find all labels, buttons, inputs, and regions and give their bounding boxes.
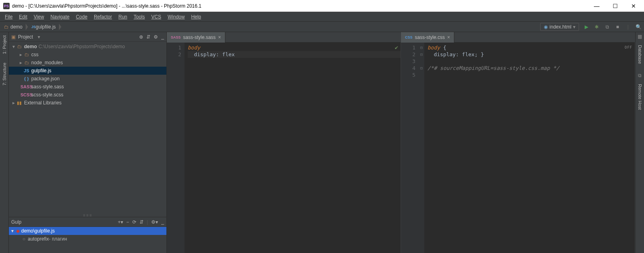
project-tree[interactable]: ▾ 🗀 demo C:\Users\zavvla\PhpstormProject… <box>9 42 166 214</box>
fold-gutter[interactable]: ⊟⊟⊟ <box>419 43 424 253</box>
tree-root[interactable]: ▾ 🗀 demo C:\Users\zavvla\PhpstormProject… <box>9 43 166 51</box>
line-gutter: 12 <box>167 43 184 253</box>
breadcrumb-gulpfile[interactable]: JS gulpfile.js <box>30 23 59 31</box>
code-content[interactable]: OFFbody { display: flex; } /*# sourceMap… <box>424 43 635 253</box>
tab-sass-style-css[interactable]: CSS sass-style.css × <box>401 32 454 43</box>
inspection-ok-icon: ✔ <box>395 44 398 51</box>
editor-pane-right: CSS sass-style.css × 12345 ⊟⊟⊟ OFFbody {… <box>401 32 635 253</box>
menu-vcs[interactable]: VCS <box>148 13 164 21</box>
folder-icon: 🗀 <box>16 44 22 49</box>
tree-label: css <box>31 52 38 57</box>
folder-icon: 🗀 <box>23 60 30 65</box>
remove-icon[interactable]: − <box>126 219 129 225</box>
menu-code[interactable]: Code <box>73 13 91 21</box>
tree-label: sass-style.sass <box>31 84 64 90</box>
gulp-icon: ◆ <box>16 228 20 234</box>
menu-help[interactable]: Help <box>188 13 205 21</box>
minimize-button[interactable]: — <box>591 2 602 10</box>
close-button[interactable]: ✕ <box>628 2 639 10</box>
menu-window[interactable]: Window <box>164 13 188 21</box>
settings-icon[interactable]: ⚙▾ <box>151 219 158 225</box>
tree-root-name: demo <box>24 44 37 49</box>
gulp-panel-title: Gulp <box>11 219 21 225</box>
hide-icon[interactable]: ⎯ <box>161 34 164 40</box>
code-area-right[interactable]: 12345 ⊟⊟⊟ OFFbody { display: flex; } /*#… <box>401 43 635 253</box>
tree-external-libraries[interactable]: ▸ ▮▮ External Libraries <box>9 99 166 107</box>
menu-file[interactable]: File <box>2 13 16 21</box>
library-icon: ▮▮ <box>16 100 22 106</box>
tree-file-gulpfile[interactable]: JS gulpfile.js <box>9 67 166 75</box>
menu-edit[interactable]: Edit <box>16 13 30 21</box>
editor-tabs-right: CSS sass-style.css × <box>401 32 635 43</box>
code-area-left[interactable]: 12 ✔body display: flex <box>167 43 401 253</box>
tree-folder-css[interactable]: ▸ 🗀 css <box>9 51 166 59</box>
tree-label: External Libraries <box>24 100 61 106</box>
close-icon[interactable]: × <box>218 35 221 40</box>
navbar: 🗀 demo JS gulpfile.js ◉ index.html ▾ ▶ ✱… <box>0 22 644 32</box>
menu-tools[interactable]: Tools <box>130 13 148 21</box>
maximize-button[interactable]: ☐ <box>610 2 621 10</box>
database-icon[interactable]: ▦ <box>638 34 642 39</box>
inspection-off-badge: OFF <box>625 44 632 51</box>
bullet-icon: ○ <box>22 236 25 242</box>
tool-database-tab[interactable]: Database <box>638 43 642 65</box>
tab-label: sass-style.css <box>415 35 445 40</box>
collapse-icon[interactable]: ⇵ <box>140 219 144 225</box>
gulp-tree[interactable]: ▾ ◆ demo\gulpfile.js ○ autoprefix - плаг… <box>9 227 166 253</box>
refresh-icon[interactable]: ⟳ <box>132 219 136 225</box>
tree-file-scss-style[interactable]: SCSS scss-style.scss <box>9 91 166 99</box>
tool-project-tab[interactable]: 1: Project <box>2 34 7 55</box>
hide-icon[interactable]: ⎯ <box>161 219 164 225</box>
js-file-icon: JS <box>31 25 36 29</box>
menu-run[interactable]: Run <box>115 13 130 21</box>
sass-file-icon: SASS <box>23 84 30 89</box>
debug-icon[interactable]: ✱ <box>593 24 600 30</box>
dropdown-icon[interactable]: ▾ <box>38 34 40 40</box>
search-icon[interactable]: 🔍 <box>635 24 642 30</box>
gulp-file-label: demo\gulpfile.js <box>21 228 55 234</box>
sass-file-icon: SASS <box>171 35 181 39</box>
locate-icon[interactable]: ⊕ <box>139 34 143 40</box>
add-icon[interactable]: +▾ <box>118 219 123 225</box>
tree-label: scss-style.scss <box>31 92 63 98</box>
tool-remote-host-tab[interactable]: Remote Host <box>638 82 642 111</box>
menu-navigate[interactable]: Navigate <box>47 13 73 21</box>
breadcrumb-demo[interactable]: 🗀 demo <box>2 23 26 31</box>
stop-icon[interactable]: ■ <box>614 24 621 30</box>
run-config-label: index.html <box>549 24 571 30</box>
tab-sass-style[interactable]: SASS sass-style.sass × <box>167 32 225 43</box>
collapse-icon[interactable]: ⇵ <box>146 34 150 40</box>
code-content[interactable]: ✔body display: flex <box>184 43 401 253</box>
app-icon: PS <box>3 3 10 9</box>
tree-file-package-json[interactable]: { } package.json <box>9 75 166 83</box>
tree-root-path: C:\Users\zavvla\PhpstormProjects\demo <box>38 44 125 49</box>
gulp-task-label: autoprefix <box>28 236 49 242</box>
globe-icon: ◉ <box>544 24 548 30</box>
menu-view[interactable]: View <box>30 13 47 21</box>
editor-pane-left: SASS sass-style.sass × 12 ✔body display:… <box>167 32 401 253</box>
css-file-icon: CSS <box>405 35 413 39</box>
coverage-icon[interactable]: ⧉ <box>604 24 610 30</box>
menu-refactor[interactable]: Refactor <box>91 13 115 21</box>
gulp-file-row[interactable]: ▾ ◆ demo\gulpfile.js <box>9 227 166 235</box>
remote-host-icon[interactable]: ⧉ <box>638 73 642 78</box>
run-icon[interactable]: ▶ <box>583 24 589 30</box>
project-panel-header: ▣ Project ▾ ⊕ ⇵ ⚙ ⎯ <box>9 32 166 42</box>
editor-tabs-left: SASS sass-style.sass × <box>167 32 401 43</box>
tree-folder-node-modules[interactable]: ▸ 🗀 node_modules <box>9 59 166 67</box>
folder-icon: 🗀 <box>23 52 30 57</box>
tree-label: node_modules <box>31 60 63 65</box>
project-panel-title: Project <box>18 34 33 40</box>
settings-icon[interactable]: ⚙ <box>154 34 158 40</box>
tree-file-sass-style[interactable]: SASS sass-style.sass <box>9 83 166 91</box>
gulp-task-note: - плагин <box>49 236 67 242</box>
gulp-task-row[interactable]: ○ autoprefix - плагин <box>9 235 166 243</box>
folder-icon: 🗀 <box>4 24 9 30</box>
gulp-panel-header: Gulp +▾ − ⟳ ⇵ | ⚙▾ ⎯ <box>9 217 166 227</box>
tool-structure-tab[interactable]: 7: Structure <box>2 61 7 87</box>
run-config-selector[interactable]: ◉ index.html ▾ <box>540 23 579 31</box>
scss-file-icon: SCSS <box>23 92 30 97</box>
close-icon[interactable]: × <box>447 35 450 40</box>
tree-label: gulpfile.js <box>31 68 51 73</box>
editors: SASS sass-style.sass × 12 ✔body display:… <box>167 32 635 253</box>
